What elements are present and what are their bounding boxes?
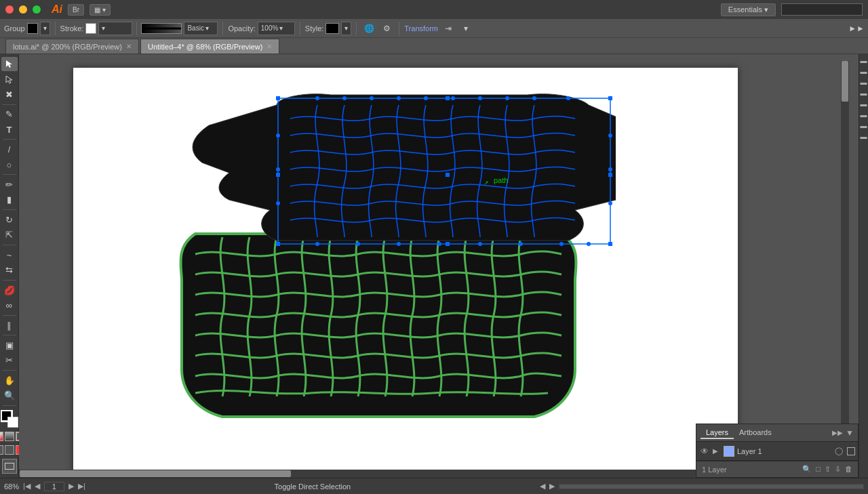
nav-start-button[interactable]: |◀ <box>23 482 31 491</box>
blend-tool[interactable]: ∞ <box>1 298 18 312</box>
panel-icon-2[interactable]: ▬ <box>860 68 868 76</box>
layer-thumbnail <box>724 446 734 457</box>
hand-tool[interactable]: ✋ <box>1 373 18 388</box>
layers-tab[interactable]: Layers <box>701 427 734 439</box>
opacity-dropdown[interactable]: 100% ▾ <box>258 22 295 35</box>
horizontal-scrollbar[interactable] <box>19 470 696 478</box>
artboards-tab[interactable]: Artboards <box>734 427 777 439</box>
graph-tool[interactable]: ∥ <box>1 318 18 333</box>
tab-lotus[interactable]: lotus.ai* @ 200% (RGB/Preview) ✕ <box>5 39 139 54</box>
svg-point-26 <box>608 167 612 171</box>
panel-icon-3[interactable]: ▬ <box>860 79 868 87</box>
move-layer-up-button[interactable]: ⇧ <box>825 465 831 474</box>
panel-icon-5[interactable]: ▬ <box>860 100 868 108</box>
svg-point-28 <box>315 242 319 246</box>
artboard-icon-button[interactable] <box>2 459 17 474</box>
zoom-tool[interactable]: 🔍 <box>1 389 18 403</box>
globe-icon-button[interactable]: 🌐 <box>361 21 376 36</box>
slice-tool[interactable]: ✂ <box>1 354 18 368</box>
panel-close-icon[interactable]: ▼ <box>846 428 854 438</box>
layer-expand-arrow[interactable]: ▶ <box>713 447 721 455</box>
zoom-display: 68% <box>4 482 19 491</box>
layer-name[interactable]: Layer 1 <box>737 447 831 455</box>
svg-marker-0 <box>6 60 12 68</box>
pen-tool[interactable]: ✎ <box>1 107 18 121</box>
color-mode-button[interactable] <box>0 432 3 441</box>
magic-wand-tool[interactable]: ✖ <box>1 87 18 102</box>
panel-icon-8[interactable]: ▬ <box>860 133 868 141</box>
text-tool[interactable]: T <box>1 123 18 137</box>
gradient-button[interactable] <box>5 432 14 441</box>
canvas-area[interactable]: path ↗ <box>19 54 859 478</box>
tab-close-untitled[interactable]: ✕ <box>267 43 272 50</box>
status-nav-right[interactable]: ▶ <box>549 482 555 491</box>
layer-lock-toggle[interactable]: ◯ <box>833 446 844 457</box>
svg-rect-9 <box>276 242 280 246</box>
bridge-button[interactable]: Br <box>68 4 84 16</box>
nav-end-button[interactable]: ▶| <box>78 482 85 491</box>
tab-untitled[interactable]: Untitled–4* @ 68% (RGB/Preview) ✕ <box>140 39 280 54</box>
stroke-swatch[interactable] <box>85 23 96 34</box>
minimize-button[interactable] <box>19 5 27 14</box>
stroke-preview <box>141 23 182 34</box>
svg-point-29 <box>356 242 360 246</box>
behind-mode-button[interactable] <box>5 445 14 455</box>
essentials-button[interactable]: Essentials ▾ <box>721 3 776 16</box>
blob-brush-tool[interactable]: ▮ <box>1 193 18 207</box>
tabs-bar: lotus.ai* @ 200% (RGB/Preview) ✕ Untitle… <box>0 38 868 54</box>
page-input[interactable] <box>44 482 64 491</box>
ellipse-tool[interactable]: ○ <box>1 158 18 172</box>
pencil-tool[interactable]: ✏ <box>1 178 18 192</box>
width-tool[interactable]: ⇆ <box>1 263 18 277</box>
eyedropper-tool[interactable]: 💋 <box>1 283 18 297</box>
panel-expand-arrows[interactable]: ▶▶ <box>832 429 843 436</box>
tool-separator-3 <box>3 174 16 175</box>
titlebar: Ai Br ▦ ▾ Essentials ▾ <box>0 0 868 19</box>
swap-icon[interactable] <box>1 410 13 422</box>
move-layer-down-button[interactable]: ⇩ <box>835 465 841 474</box>
settings-icon-button[interactable]: ⚙ <box>379 21 394 36</box>
status-nav-left[interactable]: ◀ <box>540 482 545 491</box>
artboard-tool[interactable]: ▣ <box>1 338 18 352</box>
svg-rect-7 <box>446 173 450 177</box>
workspace-button[interactable]: ▦ ▾ <box>90 4 111 16</box>
svg-marker-1 <box>6 76 12 83</box>
tab-close-lotus[interactable]: ✕ <box>126 43 132 50</box>
new-layer-button[interactable]: □ <box>816 465 821 474</box>
panel-icon-4[interactable]: ▬ <box>860 89 868 98</box>
layer-visibility-toggle[interactable]: 👁 <box>699 446 710 457</box>
panel-icon-6[interactable]: ▬ <box>860 111 868 119</box>
line-tool[interactable]: / <box>1 142 18 157</box>
svg-rect-5 <box>608 96 612 100</box>
layer-selection-box[interactable] <box>847 447 855 455</box>
search-input[interactable] <box>781 3 863 16</box>
align-icon-button[interactable]: ⇥ <box>441 21 456 36</box>
maximize-button[interactable] <box>33 5 41 14</box>
stroke-style-dropdown[interactable]: Basic ▾ <box>184 22 218 35</box>
panel-collapse-icon[interactable]: ►► <box>849 21 864 36</box>
nav-prev-button[interactable]: ◀ <box>35 482 40 491</box>
panel-icon-1[interactable]: ▬ <box>860 57 868 65</box>
warp-tool[interactable]: ~ <box>1 248 18 262</box>
fill-dropdown[interactable]: ▾ <box>40 22 50 35</box>
more-icon-button[interactable]: ▾ <box>458 21 473 36</box>
scale-tool[interactable]: ⇱ <box>1 228 18 243</box>
sep4 <box>300 22 300 35</box>
transform-label[interactable]: Transform <box>404 24 438 33</box>
style-dropdown[interactable]: ▾ <box>341 22 351 35</box>
delete-layer-button[interactable]: 🗑 <box>845 465 852 474</box>
h-scrollbar-thumb[interactable] <box>20 470 291 477</box>
stroke-size-dropdown[interactable]: ▾ <box>98 22 132 35</box>
vertical-scrollbar[interactable] <box>841 54 849 461</box>
rotate-tool[interactable]: ↻ <box>1 213 18 227</box>
close-button[interactable] <box>5 5 14 14</box>
panel-icon-7[interactable]: ▬ <box>860 122 868 130</box>
svg-point-24 <box>276 201 280 205</box>
selection-tool[interactable] <box>1 57 18 71</box>
nav-next-button[interactable]: ▶ <box>68 482 74 491</box>
normal-mode-button[interactable] <box>0 445 3 455</box>
search-layer-button[interactable]: 🔍 <box>802 465 812 474</box>
direct-selection-tool[interactable] <box>1 73 18 87</box>
style-swatch[interactable] <box>326 23 339 34</box>
fill-swatch[interactable] <box>27 23 38 34</box>
